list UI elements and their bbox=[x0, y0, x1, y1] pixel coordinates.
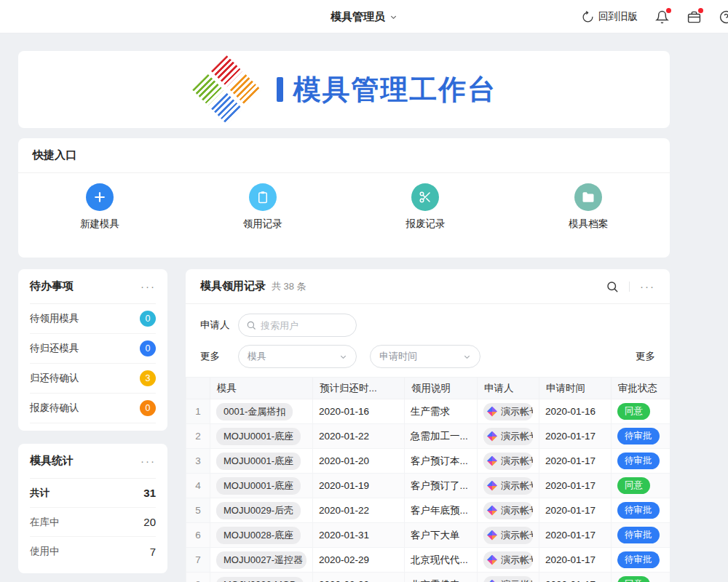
back-to-old-version-button[interactable]: 回到旧版 bbox=[582, 10, 638, 23]
stats-panel: 模具统计 ··· 共计 31 在库中 20 使用中 7 bbox=[18, 444, 167, 573]
avatar bbox=[487, 555, 497, 565]
quick-item-scrap-records[interactable]: 报废记录 bbox=[344, 183, 507, 231]
due-date-cell: 2020-01-22 bbox=[313, 424, 405, 449]
help-button[interactable] bbox=[718, 9, 728, 25]
todo-header: 待办事项 ··· bbox=[30, 269, 156, 304]
note-cell: 客户预订本... bbox=[405, 449, 478, 474]
table-row[interactable]: 3 MOJU0001-底座 2020-01-20 客户预订本... 演示帐号 2… bbox=[186, 449, 670, 474]
clipboard-icon bbox=[256, 191, 269, 204]
applicant-filter-label: 申请人 bbox=[200, 319, 238, 332]
stat-value: 20 bbox=[143, 516, 156, 528]
quick-item-new-mold[interactable]: 新建模具 bbox=[18, 183, 181, 231]
due-date-cell: 2020-01-19 bbox=[313, 474, 405, 498]
banner-card: 模具管理工作台 bbox=[18, 51, 670, 128]
filter-row-applicant: 申请人 bbox=[200, 314, 655, 337]
apply-time-cell: 2020-01-17 bbox=[539, 424, 612, 449]
avatar bbox=[487, 481, 497, 491]
applicant-name: 演示帐号 bbox=[501, 479, 533, 493]
table-body: 1 0001-金属搭扣 2020-01-16 生产需求 演示帐号 2020-01… bbox=[186, 399, 670, 582]
todo-item-pending-borrow[interactable]: 待领用模具 0 bbox=[30, 304, 156, 334]
todo-label: 报废待确认 bbox=[30, 402, 79, 415]
table-row[interactable]: 7 MOJU0027-遥控器 2020-02-29 北京现代代... 演示帐号 … bbox=[186, 548, 670, 573]
stat-row-in-use: 使用中 7 bbox=[30, 537, 156, 566]
apply-time-cell: 2020-01-16 bbox=[539, 399, 612, 424]
quick-item-borrow-records[interactable]: 领用记录 bbox=[181, 183, 344, 231]
workbench-button[interactable] bbox=[686, 9, 702, 25]
apply-time-cell: 2020-01-17 bbox=[539, 449, 612, 474]
todo-menu-button[interactable]: ··· bbox=[141, 281, 156, 292]
more-filters-label: 更多 bbox=[200, 350, 238, 363]
row-number: 8 bbox=[186, 573, 210, 582]
note-cell: 急需加工一... bbox=[405, 424, 478, 449]
col-status: 审批状态 bbox=[612, 378, 670, 399]
filters: 申请人 更多 模具 申请时间 bbox=[186, 304, 670, 377]
quick-item-mold-archive[interactable]: 模具档案 bbox=[507, 183, 670, 231]
note-cell: 北京雪佛来... bbox=[405, 573, 478, 582]
apply-time-cell: 2020-01-17 bbox=[539, 523, 612, 548]
title-accent-bar bbox=[277, 77, 283, 102]
new-mold-circle bbox=[86, 183, 114, 211]
records-menu-button[interactable]: ··· bbox=[640, 281, 655, 292]
applicant-name: 演示帐号 bbox=[501, 455, 533, 468]
applicant-name: 演示帐号 bbox=[501, 405, 533, 418]
folder-icon bbox=[582, 191, 595, 204]
borrow-records-circle bbox=[249, 183, 277, 211]
rollback-icon bbox=[582, 11, 594, 23]
todo-item-scrap-confirm[interactable]: 报废待确认 0 bbox=[30, 394, 156, 423]
avatar bbox=[487, 580, 497, 582]
applicant-pill: 演示帐号 bbox=[483, 453, 533, 470]
search-icon[interactable] bbox=[606, 280, 619, 293]
status-badge: 待审批 bbox=[617, 527, 660, 543]
row-number: 5 bbox=[186, 498, 210, 523]
more-link[interactable]: 更多 bbox=[636, 350, 655, 363]
note-cell: 生产需求 bbox=[405, 399, 478, 424]
notifications-button[interactable] bbox=[654, 9, 670, 25]
stats-title: 模具统计 bbox=[30, 454, 74, 468]
table-row[interactable]: 5 MOJU0029-后壳 2020-01-22 客户年底预... 演示帐号 2… bbox=[186, 498, 670, 523]
applicant-pill: 演示帐号 bbox=[483, 502, 533, 519]
avatar bbox=[487, 530, 497, 541]
todo-label: 待归还模具 bbox=[30, 342, 79, 355]
quick-entry-title: 快捷入口 bbox=[33, 148, 76, 162]
todo-label: 待领用模具 bbox=[30, 312, 79, 325]
main-columns: 待办事项 ··· 待领用模具 0 待归还模具 0 归还待确认 3 bbox=[18, 269, 670, 582]
status-badge: 待审批 bbox=[617, 502, 660, 519]
notification-dot bbox=[666, 8, 671, 13]
records-title: 模具领用记录 bbox=[200, 279, 266, 293]
table-row[interactable]: 1 0001-金属搭扣 2020-01-16 生产需求 演示帐号 2020-01… bbox=[186, 399, 670, 424]
applicant-pill: 演示帐号 bbox=[483, 551, 533, 569]
todo-label: 归还待确认 bbox=[30, 372, 79, 385]
applicant-name: 演示帐号 bbox=[501, 529, 533, 542]
col-note: 领用说明 bbox=[405, 378, 478, 399]
stat-label: 共计 bbox=[30, 487, 50, 500]
search-user-input[interactable] bbox=[261, 320, 341, 331]
due-date-cell: 2020-01-31 bbox=[313, 523, 405, 548]
applicant-search-field[interactable] bbox=[238, 314, 357, 337]
table-header-row: 模具 预计归还时... 领用说明 申请人 申请时间 审批状态 bbox=[186, 378, 670, 399]
stats-menu-button[interactable]: ··· bbox=[141, 455, 156, 466]
mold-pill: MOJU0026-MOD bbox=[216, 577, 304, 582]
row-number: 4 bbox=[186, 474, 210, 498]
todo-item-pending-return[interactable]: 待归还模具 0 bbox=[30, 334, 156, 364]
quick-entry-card: 快捷入口 新建模具 领用记录 bbox=[18, 138, 670, 258]
applicant-name: 演示帐号 bbox=[501, 430, 533, 443]
table-row[interactable]: 6 MOJU0028-底座 2020-01-31 客户下大单 演示帐号 2020… bbox=[186, 523, 670, 548]
mold-pill: MOJU0028-底座 bbox=[216, 527, 301, 544]
table-row[interactable]: 4 MOJU0001-底座 2020-01-19 客户预订了... 演示帐号 2… bbox=[186, 474, 670, 498]
quick-entry-items: 新建模具 领用记录 报废记录 bbox=[18, 173, 670, 231]
apply-time-filter-select[interactable]: 申请时间 bbox=[370, 345, 480, 368]
todo-item-return-confirm[interactable]: 归还待确认 3 bbox=[30, 364, 156, 394]
table-row[interactable]: 8 MOJU0026-MOD 2020-03-20 北京雪佛来... 演示帐号 … bbox=[186, 573, 670, 582]
avatar bbox=[487, 456, 497, 466]
applicant-pill: 演示帐号 bbox=[483, 403, 533, 420]
status-badge: 同意 bbox=[617, 477, 650, 494]
apply-time-cell: 2020-01-17 bbox=[539, 548, 612, 573]
applicant-pill: 演示帐号 bbox=[483, 527, 533, 544]
status-badge: 同意 bbox=[617, 576, 650, 582]
table-row[interactable]: 2 MOJU0001-底座 2020-01-22 急需加工一... 演示帐号 2… bbox=[186, 424, 670, 449]
mold-filter-select[interactable]: 模具 bbox=[238, 345, 357, 368]
row-number: 1 bbox=[186, 399, 210, 424]
avatar bbox=[487, 407, 497, 417]
applicant-pill: 演示帐号 bbox=[483, 576, 533, 582]
col-applicant: 申请人 bbox=[478, 378, 539, 399]
